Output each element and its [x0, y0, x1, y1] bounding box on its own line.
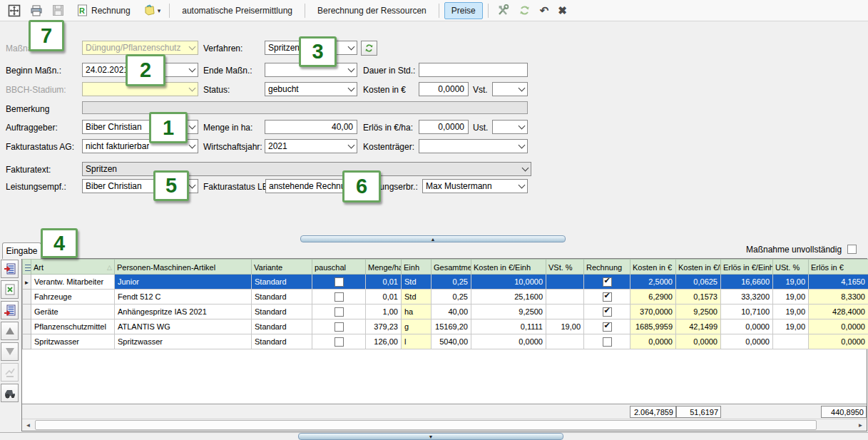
cell-einh[interactable]: l	[402, 334, 432, 349]
pauschal-checkbox[interactable]	[335, 277, 344, 287]
move-up-button[interactable]	[1, 322, 19, 340]
cell-erloes[interactable]: 0,0000	[809, 334, 868, 349]
cell-erloes[interactable]: 8,3300	[809, 290, 868, 305]
col-header-erloes[interactable]: Erlös in €	[809, 260, 868, 275]
cell-erloes-einh[interactable]: 0,0000	[721, 319, 773, 334]
cell-variante[interactable]: Standard	[252, 275, 312, 290]
cell-variante[interactable]: Standard	[252, 305, 312, 319]
cell-art[interactable]: Spritzwasser	[31, 334, 115, 349]
cell-vst[interactable]: 19,00	[546, 319, 584, 334]
horizontal-splitter-bottom[interactable]: ▼	[298, 433, 563, 440]
vst-select[interactable]	[492, 82, 528, 96]
add-row-button[interactable]	[1, 260, 19, 278]
col-header-artikel[interactable]: Personen-Maschinen-Artikel	[115, 260, 252, 275]
cell-variante[interactable]: Standard	[252, 290, 312, 305]
cell-ust[interactable]: 19,00	[773, 305, 809, 319]
cell-art[interactable]: Pflanzenschutzmittel	[31, 319, 115, 334]
cell-pauschal[interactable]	[312, 334, 366, 349]
cell-gesamt[interactable]: 0,25	[432, 290, 471, 305]
table-row[interactable]: ► Verantw. Mitarbeiter Junior Standard 0…	[23, 275, 868, 290]
column-chooser-button[interactable]	[23, 260, 31, 275]
cell-pauschal[interactable]	[312, 275, 366, 290]
kostentraeger-select[interactable]	[419, 139, 528, 153]
rechnung-checkbox[interactable]	[603, 277, 612, 287]
cell-einh[interactable]: Std	[402, 275, 432, 290]
ressourcen-button[interactable]: Berechnung der Ressourcen	[310, 2, 434, 19]
cell-artikel[interactable]: Fendt 512 C	[115, 290, 252, 305]
cell-gesamt[interactable]: 5040,00	[432, 334, 471, 349]
fakturatext-select[interactable]: Spritzen	[82, 162, 531, 176]
leistungserbr-select[interactable]: Max Mustermann	[422, 179, 528, 193]
dauer-input[interactable]	[419, 63, 528, 77]
cell-vst[interactable]	[546, 305, 584, 319]
cell-menge[interactable]: 126,00	[366, 334, 402, 349]
wirtschaftsjahr-select[interactable]: 2021	[265, 139, 357, 153]
cell-rechnung[interactable]	[584, 319, 630, 334]
cell-artikel[interactable]: Junior	[115, 275, 252, 290]
col-header-ust[interactable]: USt. %	[773, 260, 809, 275]
cell-kosten-einh[interactable]: 25,1600	[471, 290, 546, 305]
close-button[interactable]: ✖	[554, 2, 571, 19]
tab-eingabe[interactable]: Eingabe	[2, 242, 41, 259]
cell-rechnung[interactable]	[584, 334, 630, 349]
cell-gesamt[interactable]: 15169,20	[432, 319, 471, 334]
cell-menge[interactable]: 1,00	[366, 305, 402, 319]
cell-kosten-einh[interactable]: 10,0000	[471, 275, 546, 290]
cell-kosten-l[interactable]: 0,0625	[676, 275, 721, 290]
cell-kosten-einh[interactable]: 9,2500	[471, 305, 546, 319]
cell-einh[interactable]: g	[402, 319, 432, 334]
cell-pauschal[interactable]	[312, 305, 366, 319]
table-row[interactable]: Pflanzenschutzmittel ATLANTIS WG Standar…	[23, 319, 868, 334]
rechnung-button[interactable]: R Rechnung	[70, 2, 138, 19]
cell-kosten[interactable]: 0,0000	[630, 334, 676, 349]
cell-vst[interactable]	[546, 334, 584, 349]
col-header-erloes-einh[interactable]: Erlös in €/Einh.	[721, 260, 773, 275]
ust-select[interactable]	[492, 120, 528, 134]
pauschal-checkbox[interactable]	[335, 337, 344, 347]
pauschal-checkbox[interactable]	[335, 292, 344, 302]
kosten-input[interactable]: 0,0000	[419, 82, 469, 96]
cell-einh[interactable]: ha	[402, 305, 432, 319]
horizontal-splitter-top[interactable]: ▲	[300, 235, 566, 242]
cell-kosten-l[interactable]: 42,1499	[676, 319, 721, 334]
status-select[interactable]: gebucht	[265, 82, 357, 96]
cell-kosten-einh[interactable]: 0,0000	[471, 334, 546, 349]
verfahren-refresh-button[interactable]	[361, 41, 377, 56]
menge-input[interactable]: 40,00	[265, 120, 357, 134]
cell-variante[interactable]: Standard	[252, 334, 312, 349]
col-header-pauschal[interactable]: pauschal	[312, 260, 366, 275]
cell-gesamt[interactable]: 0,25	[432, 275, 471, 290]
cell-kosten-l[interactable]: 0,1573	[676, 290, 721, 305]
cell-pauschal[interactable]	[312, 319, 366, 334]
cell-erloes-einh[interactable]: 10,7100	[721, 305, 773, 319]
pauschal-checkbox[interactable]	[335, 322, 344, 332]
auto-preisermittlung-button[interactable]: automatische Preisermittlung	[175, 2, 300, 19]
print-button[interactable]	[26, 2, 46, 19]
cell-rechnung[interactable]	[584, 290, 630, 305]
cell-ust[interactable]: 19,00	[773, 290, 809, 305]
col-header-kosten-l[interactable]: Kosten in €/l	[676, 260, 721, 275]
table-row[interactable]: Geräte Anhängespritze IAS 2021 Standard …	[23, 305, 868, 319]
cell-erloes[interactable]: 4,1650	[809, 275, 868, 290]
cell-erloes[interactable]: 428,4000	[809, 305, 868, 319]
cell-ust[interactable]	[773, 334, 809, 349]
col-header-kosten-einh[interactable]: Kosten in €/Einh	[471, 260, 546, 275]
col-header-menge-ha[interactable]: Menge/ha	[366, 260, 402, 275]
cell-kosten[interactable]: 6,2900	[630, 290, 676, 305]
cell-artikel[interactable]: Anhängespritze IAS 2021	[115, 305, 252, 319]
note-dropdown-button[interactable]: ▾	[140, 2, 165, 19]
col-header-vst[interactable]: VSt. %	[546, 260, 584, 275]
cell-gesamt[interactable]: 40,00	[432, 305, 471, 319]
cell-menge[interactable]: 0,01	[366, 290, 402, 305]
cell-variante[interactable]: Standard	[252, 319, 312, 334]
cell-rechnung[interactable]	[584, 275, 630, 290]
cell-art[interactable]: Verantw. Mitarbeiter	[31, 275, 115, 290]
cell-erloes-einh[interactable]: 33,3200	[721, 290, 773, 305]
undo-button[interactable]: ↶	[536, 2, 553, 19]
refresh-button[interactable]	[515, 2, 534, 19]
cell-kosten-l[interactable]: 0,0000	[676, 334, 721, 349]
cell-vst[interactable]	[546, 275, 584, 290]
apply-plan-button[interactable]	[1, 363, 19, 382]
cell-erloes-einh[interactable]: 0,0000	[721, 334, 773, 349]
cell-artikel[interactable]: ATLANTIS WG	[115, 319, 252, 334]
